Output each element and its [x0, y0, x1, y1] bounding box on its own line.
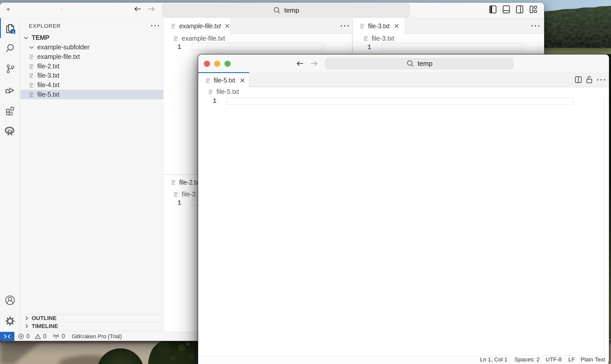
svg-text:R: R: [7, 128, 13, 137]
svg-text:1: 1: [12, 30, 14, 34]
